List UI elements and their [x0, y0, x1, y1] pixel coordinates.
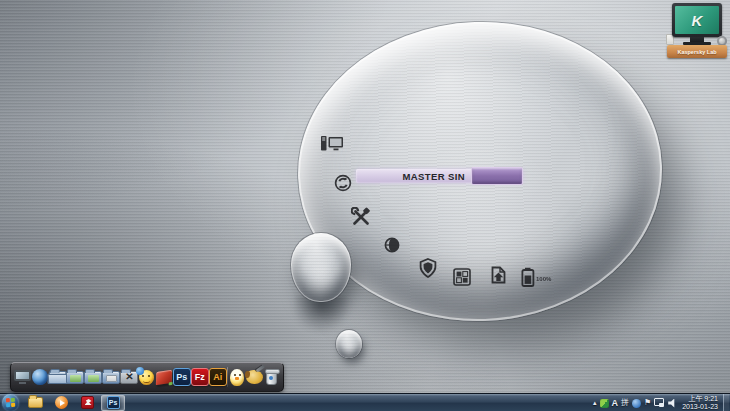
dock-bar: ✕ Ps Fz Ai: [10, 362, 284, 392]
taskbar-clock[interactable]: 上午 9:21 2013-01-23: [680, 395, 720, 411]
ime-mode-indicator[interactable]: 拼: [621, 394, 629, 411]
trash-icon: [266, 370, 277, 385]
dock-item-my-computer[interactable]: [14, 365, 31, 389]
computer-icon: [14, 370, 31, 384]
battery-percent-label: 100%: [536, 276, 551, 282]
globe-icon: [32, 369, 48, 385]
grid-icon[interactable]: [453, 268, 471, 286]
volume-icon[interactable]: [668, 399, 677, 408]
start-button[interactable]: [2, 394, 19, 411]
pc-icon[interactable]: [320, 135, 344, 153]
tools-icon[interactable]: [351, 207, 371, 227]
dock-item-messenger[interactable]: [138, 365, 155, 389]
globe-icon[interactable]: [384, 237, 400, 253]
sync-icon[interactable]: [334, 174, 352, 192]
taskbar-item-red-app[interactable]: [75, 395, 99, 411]
kaspersky-gadget[interactable]: K Kaspersky Lab: [666, 3, 728, 58]
clock-date: 2013-01-23: [682, 403, 718, 411]
dock-item-illustrator[interactable]: Ai: [209, 365, 227, 389]
dock-item-recycle-bin[interactable]: [263, 365, 280, 389]
filezilla-icon: Fz: [191, 368, 209, 386]
photoshop-icon: Ps: [173, 368, 191, 386]
dock-item-pet-dog[interactable]: [246, 365, 263, 389]
desktop-wallpaper: 100% MASTER SIN K Kaspersky Lab: [0, 0, 730, 411]
dock-item-folder-downloads[interactable]: [84, 365, 102, 389]
smiley-icon: [139, 370, 154, 385]
ime-language-indicator[interactable]: A: [612, 394, 619, 411]
water-drop-small: [336, 330, 362, 358]
dock-item-photoshop[interactable]: Ps: [173, 365, 191, 389]
folder-icon: [84, 371, 102, 384]
photoshop-icon: Ps: [107, 396, 120, 409]
gadget-meter-bar[interactable]: MASTER SIN: [356, 169, 523, 183]
folder-icon: [102, 371, 120, 384]
tray-blue-icon[interactable]: [632, 399, 641, 408]
explorer-folder-icon: [28, 397, 43, 408]
upload-doc-icon[interactable]: [488, 265, 508, 285]
dock-item-red-satchel[interactable]: [156, 365, 173, 389]
clock-time: 上午 9:21: [682, 395, 718, 403]
taskbar-buttons: Ps: [0, 394, 126, 411]
kaspersky-monitor: K: [672, 3, 722, 37]
chick-icon: [230, 369, 244, 386]
illustrator-icon: Ai: [209, 368, 227, 386]
folder-icon: [66, 371, 84, 384]
hidden-icons-arrow[interactable]: ▴: [593, 394, 597, 411]
dock-item-folder-pictures[interactable]: [102, 365, 120, 389]
kaspersky-label: Kaspersky Lab: [677, 49, 716, 55]
gadget-title: MASTER SIN: [402, 171, 465, 182]
windows-logo-icon: [6, 398, 15, 407]
action-center-flag-icon[interactable]: ⚑: [644, 394, 651, 411]
gadget-meter-fill: [471, 167, 523, 185]
media-player-icon: [55, 396, 68, 409]
system-tray: ▴ A 拼 ⚑ 上午 9:21 2013-01-23: [593, 394, 730, 411]
taskbar: Ps ▴ A 拼 ⚑ 上午 9:21 2013-01-23: [0, 393, 730, 411]
red-app-icon: [81, 396, 94, 409]
dock-item-folder-open[interactable]: [48, 365, 66, 389]
open-folder-icon: [47, 371, 67, 384]
dock-item-folder-documents[interactable]: [66, 365, 84, 389]
dock-item-pet-chick[interactable]: [228, 365, 245, 389]
kaspersky-base: Kaspersky Lab: [667, 45, 727, 58]
shield-icon[interactable]: [419, 258, 437, 278]
water-drop-medium: [291, 233, 351, 302]
taskbar-item-photoshop[interactable]: Ps: [101, 395, 125, 411]
tray-app-icon[interactable]: [600, 399, 609, 408]
taskbar-item-media-player[interactable]: [49, 395, 73, 411]
network-icon[interactable]: [654, 398, 665, 408]
show-desktop-button[interactable]: [723, 394, 729, 411]
dog-icon: [246, 370, 263, 384]
dock-item-network-globe[interactable]: [31, 365, 48, 389]
red-bag-icon: [156, 369, 172, 384]
battery-icon[interactable]: [521, 267, 535, 287]
kaspersky-logo: K: [692, 12, 703, 29]
taskbar-item-explorer[interactable]: [23, 395, 47, 411]
dock-item-filezilla[interactable]: Fz: [191, 365, 209, 389]
kaspersky-screen: K: [675, 6, 719, 34]
